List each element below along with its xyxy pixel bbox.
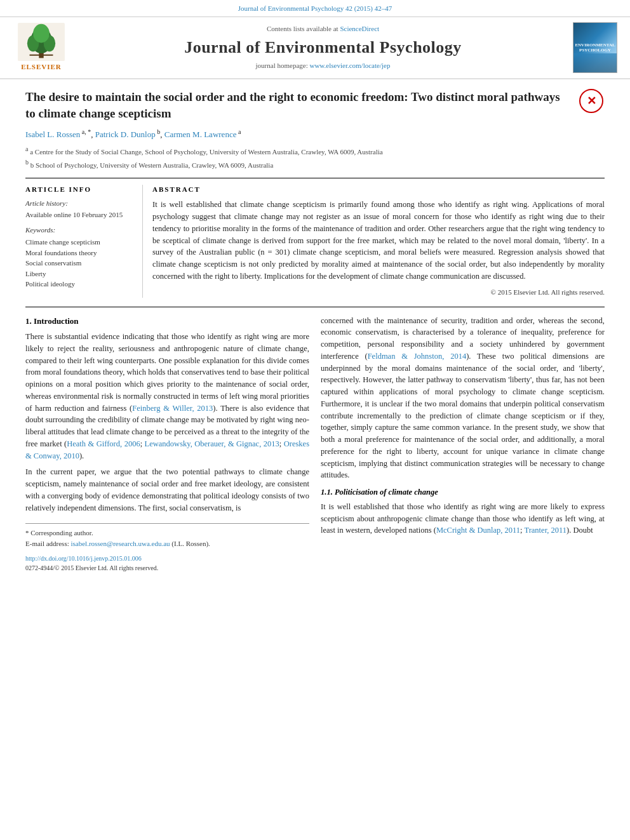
homepage-url[interactable]: www.elsevier.com/locate/jep: [309, 62, 390, 69]
subsection-heading: 1.1. Politicisation of climate change: [321, 486, 605, 498]
keywords-section: Keywords: Climate change scepticism Mora…: [25, 225, 135, 289]
section-divider: [25, 307, 605, 307]
abstract-text: It is well established that climate chan…: [152, 199, 605, 282]
intro-para2: In the current paper, we argue that the …: [25, 466, 309, 514]
abstract-title: ABSTRACT: [152, 185, 605, 195]
keyword-5: Political ideology: [25, 279, 135, 290]
journal-header: ELSEVIER Contents lists available at Sci…: [0, 17, 630, 79]
ref-tranter[interactable]: Tranter, 2011: [524, 526, 566, 535]
copyright-line: © 2015 Elsevier Ltd. All rights reserved…: [152, 288, 605, 298]
crossmark-icon: ✕: [587, 93, 596, 109]
available-online: Available online 10 February 2015: [25, 210, 135, 220]
article-info: ARTICLE INFO Article history: Available …: [25, 185, 143, 297]
footnote-area: * Corresponding author. E-mail address: …: [25, 523, 309, 549]
page: Journal of Environmental Psychology 42 (…: [0, 0, 630, 840]
thumb-decoration: [573, 53, 617, 72]
affil-marker-b: b: [156, 128, 161, 135]
subsection-para1: It is well established that those who id…: [321, 501, 605, 537]
homepage-line: journal homepage: www.elsevier.com/locat…: [83, 61, 563, 71]
article-body: ✕ The desire to maintain the social orde…: [0, 79, 630, 585]
main-two-col: 1. Introduction There is substantial evi…: [25, 315, 605, 573]
left-col: 1. Introduction There is substantial evi…: [25, 315, 309, 573]
article-title-section: ✕ The desire to maintain the social orde…: [25, 89, 605, 171]
science-direct-line: Contents lists available at ScienceDirec…: [83, 24, 563, 34]
footnote-email: E-mail address: isabel.rossen@research.u…: [25, 538, 309, 549]
affil-marker-a2: a: [236, 128, 241, 135]
author-dunlop[interactable]: Patrick D. Dunlop: [95, 130, 156, 140]
authors-line: Isabel L. Rossen a, *, Patrick D. Dunlop…: [25, 128, 605, 141]
journal-citation: Journal of Environmental Psychology 42 (…: [238, 4, 392, 12]
ref-feldman[interactable]: Feldman & Johnston, 2014: [368, 352, 466, 361]
issn-line: 0272-4944/© 2015 Elsevier Ltd. All right…: [25, 563, 309, 573]
footnote-star: * Corresponding author.: [25, 528, 309, 538]
ref-lewandowsky[interactable]: Lewandowsky, Oberauer, & Gignac, 2013: [145, 439, 279, 448]
history-label: Article history:: [25, 199, 135, 209]
elsevier-tree-icon: [16, 23, 67, 61]
intro-heading: 1. Introduction: [25, 315, 309, 328]
article-title: The desire to maintain the social order …: [25, 89, 605, 121]
right-para1: concerned with the maintenance of securi…: [321, 315, 605, 482]
author-rossen[interactable]: Isabel L. Rossen: [25, 130, 80, 140]
keywords-label: Keywords:: [25, 225, 135, 236]
affiliations: a a Centre for the Study of Social Chang…: [25, 145, 605, 170]
thumb-label: ENVIRONMENTALPSYCHOLOGY: [573, 41, 617, 55]
crossmark-circle: ✕: [579, 89, 603, 113]
journal-thumbnail: ENVIRONMENTALPSYCHOLOGY: [573, 22, 617, 73]
author-lawrence[interactable]: Carmen M. Lawrence: [164, 130, 237, 140]
affil-a: a a Centre for the Study of Social Chang…: [25, 145, 605, 157]
keyword-3: Social conservatism: [25, 258, 135, 269]
keyword-1: Climate change scepticism: [25, 237, 135, 248]
keyword-4: Liberty: [25, 269, 135, 279]
elsevier-label: ELSEVIER: [21, 62, 62, 72]
science-direct-link[interactable]: ScienceDirect: [340, 25, 379, 32]
ref-mccright[interactable]: McCright & Dunlap, 2011: [436, 526, 520, 535]
journal-title-block: Contents lists available at ScienceDirec…: [83, 24, 563, 71]
footer-area: http://dx.doi.org/10.1016/j.jenvp.2015.0…: [25, 554, 309, 573]
info-abstract-row: ARTICLE INFO Article history: Available …: [25, 178, 605, 297]
article-info-title: ARTICLE INFO: [25, 185, 135, 195]
intro-para1: There is substantial evidence indicating…: [25, 331, 309, 462]
ref-feinberg[interactable]: Feinberg & Willer, 2013: [132, 404, 213, 413]
footnote-email-link[interactable]: isabel.rossen@research.uwa.edu.au: [70, 540, 170, 547]
doi-line: http://dx.doi.org/10.1016/j.jenvp.2015.0…: [25, 554, 309, 563]
affil-marker-a1: a, *: [80, 128, 91, 135]
abstract-section: ABSTRACT It is well established that cli…: [152, 185, 605, 297]
journal-name: Journal of Environmental Psychology: [83, 36, 563, 60]
svg-point-5: [33, 24, 50, 43]
affil-b: b b School of Psychology, University of …: [25, 158, 605, 170]
right-col: concerned with the maintenance of securi…: [321, 315, 605, 573]
keyword-2: Moral foundations theory: [25, 248, 135, 258]
top-bar: Journal of Environmental Psychology 42 (…: [0, 0, 630, 17]
crossmark-badge: ✕: [579, 89, 605, 114]
doi-link[interactable]: http://dx.doi.org/10.1016/j.jenvp.2015.0…: [25, 555, 142, 562]
ref-heath[interactable]: Heath & Gifford, 2006: [67, 439, 140, 448]
elsevier-logo: ELSEVIER: [13, 23, 70, 72]
